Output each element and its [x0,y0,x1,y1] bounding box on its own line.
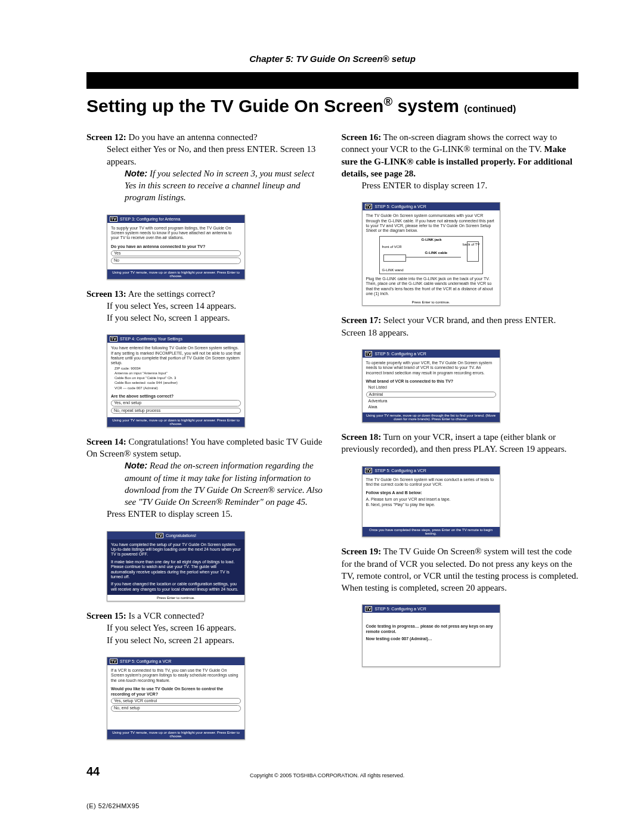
title-continued: (continued) [464,104,516,114]
thumb-setting-cablebox: Cable Box on input "Cable Input" Ch. 3 [111,376,241,380]
thumb-hdr-text: STEP 3: Configuring for Antenna [120,217,180,221]
screen-19-label: Screen 19: [342,547,382,556]
diagram-glink-jack: G-LINK jack [422,238,442,242]
tv-icon: TV [365,606,373,612]
thumb-testing-code: Now testing code 007 (Admiral)… [366,637,496,641]
thumb-question: Are the above settings correct? [111,394,241,399]
screen-12-body: Select either Yes or No, and then press … [86,143,324,167]
title-reg: ® [383,95,392,108]
thumb-option-no: No, end setup [111,705,241,711]
tv-icon: TV [110,659,117,664]
thumb-hdr-text: STEP 5: Configuring a VCR [374,468,426,473]
right-column: Screen 16: The on-screen diagram shows t… [342,131,579,748]
screen-13-lead: Are the settings correct? [126,289,215,299]
tv-icon: TV [110,336,117,342]
thumb-intro: To operate properly with your VCR, the T… [366,361,496,376]
thumb-hdr-text: Congratulations! [166,533,196,538]
thumb-option-no: No, repeat setup process [111,408,241,414]
screen-12-label: Screen 12: [86,132,126,142]
screen-15-body2: If you select No, screen 21 appears. [86,634,324,646]
thumb-hdr-text: STEP 4: Confirming Your Settings [120,337,182,341]
screen-16-thumbnail: TVSTEP 5: Configuring a VCR The TV Guide… [362,202,500,306]
screen-19-thumbnail: TVSTEP 5: Configuring a VCR Code testing… [362,604,500,666]
thumb-option-aiwa: Aiwa [366,405,496,409]
screen-19: Screen 19: The TV Guide On Screen® syste… [342,545,579,594]
thumb-option-adventura: Adventura [366,399,496,404]
glink-diagram: front of VCR G-LINK jack back of TV G-LI… [379,236,483,274]
diagram-glink-wand: G-LINK wand [382,268,404,272]
screen-13-label: Screen 13: [86,289,126,299]
diagram-glink-cable: G-LINK cable [425,251,448,255]
thumb-option-admiral: Admiral [366,392,496,398]
screen-15-thumbnail: TVSTEP 5: Configuring a VCR If a VCR is … [107,657,245,740]
screen-12-thumbnail: TVSTEP 3: Configuring for Antenna To sup… [107,215,245,280]
thumb-step-a: A. Please turn on your VCR and insert a … [366,497,496,502]
diagram-front-vcr: front of VCR [382,245,402,249]
screen-13: Screen 13: Are the settings correct? If … [86,288,324,324]
thumb-hdr-text: STEP 5: Configuring a VCR [374,204,426,209]
note-text: Read the on-screen information regarding… [125,461,323,507]
screen-16: Screen 16: The on-screen diagram shows t… [342,131,579,191]
copyright: Copyright © 2005 TOSHIBA CORPORATION. Al… [100,772,555,778]
tv-icon: TV [156,533,163,538]
screen-15-body1: If you select Yes, screen 16 appears. [86,622,324,634]
thumb-intro: The TV Guide On Screen system communicat… [366,213,496,234]
thumb-question: What brand of VCR is connected to this T… [366,379,496,384]
screen-14-tail: Press ENTER to display screen 15. [86,508,324,520]
thumb-question: Do you have an antenna connected to your… [111,244,241,249]
screen-16-label: Screen 16: [342,132,382,142]
thumb-option-notlisted: Not Listed [366,385,496,390]
screen-12: Screen 12: Do you have an antenna connec… [86,131,324,204]
footer-model-code: (E) 52/62HMX95 [86,802,578,809]
thumb-footer: Using your TV remote, move up or down to… [107,417,244,427]
thumb-intro: The TV Guide On Screen system will now c… [366,477,496,488]
screen-16-tail: Press ENTER to display screen 17. [342,179,579,191]
thumb-p2: It make take more than one day for all e… [111,560,241,580]
thumb-intro: You have entered the following TV Guide … [111,346,241,366]
thumb-step-b: B. Next, press "Play" to play the tape. [366,502,496,507]
chapter-heading: Chapter 5: TV Guide On Screen® setup [86,54,578,64]
note-text: If you selected No in screen 3, you must… [125,169,314,203]
screen-13-body1: If you select Yes, screen 14 appears. [86,300,324,312]
thumb-option-yes: Yes [111,250,241,256]
title-rule [86,72,578,89]
thumb-setting-zip: ZIP code: 90034 [111,367,241,371]
thumb-footer: Press Enter to continue. [107,595,244,601]
thumb-hdr-text: STEP 5: Configuring a VCR [120,659,171,663]
thumb-setting-vcr: VCR — code 007 (Admiral) [111,386,241,390]
screen-15-label: Screen 15: [86,611,126,620]
screen-14-note: Note: Read the on-screen information reg… [86,460,324,508]
title-main: Setting up the TV Guide On Screen [86,96,383,116]
thumb-question: Would you like to use TV Guide On Screen… [111,687,241,697]
thumb-option-no: No [111,257,241,263]
title-system: system [392,96,464,116]
page-footer: 44 Copyright © 2005 TOSHIBA CORPORATION.… [86,765,578,778]
thumb-hdr-text: STEP 5: Configuring a VCR [374,352,426,356]
thumb-setting-cablecode: Cable Box selected: code 044 (another) [111,381,241,385]
thumb-question: Follow steps A and B below: [366,491,496,495]
thumb-hdr-text: STEP 5: Configuring a VCR [374,607,426,611]
page-title: Setting up the TV Guide On Screen® syste… [86,89,578,120]
thumb-p1: You have completed the setup of your TV … [111,542,241,557]
thumb-footer: Using your TV remote, move up or down to… [107,730,244,739]
screen-17: Screen 17: Select your VCR brand, and th… [342,314,579,339]
screen-13-thumbnail: TVSTEP 4: Confirming Your Settings You h… [107,334,245,427]
note-label: Note: [125,460,147,470]
thumb-footer: Using your TV remote, move up or down to… [107,269,244,279]
thumb-option-yes: Yes, setup VCR control [111,698,241,704]
screen-17-label: Screen 17: [342,315,382,325]
thumb-footer: Using your TV remote, move up or down th… [363,412,500,422]
thumb-p3: If you have changed the location or cabl… [111,582,241,592]
thumb-intro: To supply your TV with correct program l… [111,226,241,241]
thumb-option-yes: Yes, end setup [111,400,241,406]
screen-14-thumbnail: TVCongratulations! You have completed th… [107,531,245,602]
thumb-setting-antenna: Antenna on input "Antenna Input" [111,371,241,376]
thumb-testing-msg: Code testing in progress… please do not … [366,624,496,634]
note-label: Note: [125,168,147,178]
tv-icon: TV [110,216,117,222]
tv-icon: TV [365,468,373,473]
thumb-post: Plug the G-LINK cable into the G-LINK ja… [366,277,496,297]
thumb-footer: Once you have completed these steps, pre… [363,527,500,536]
screen-17-thumbnail: TVSTEP 5: Configuring a VCR To operate p… [362,349,500,423]
screen-12-lead: Do you have an antenna connected? [126,132,258,142]
